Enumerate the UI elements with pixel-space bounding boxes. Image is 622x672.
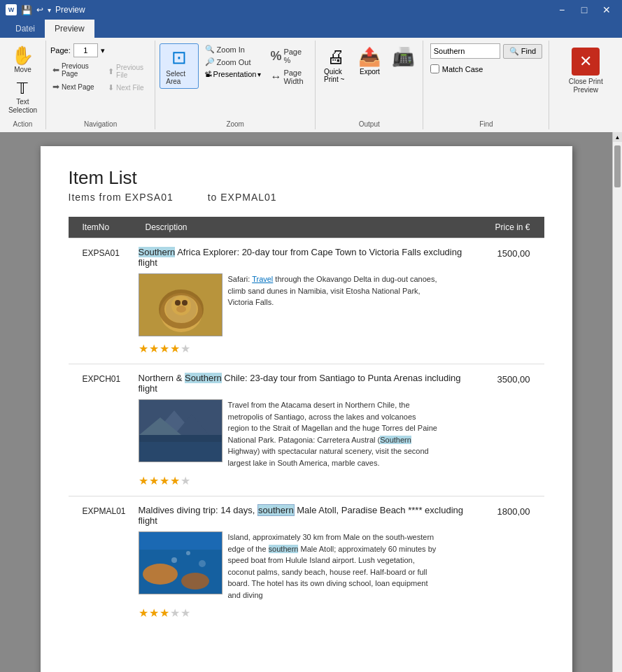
page-percent-button[interactable]: % Page % [267, 46, 311, 66]
minimize-button[interactable]: − [552, 0, 572, 20]
item-id: EXPSA01 [69, 247, 139, 258]
item-stars: ★★★★★ [139, 606, 467, 620]
item-price: 3500,00 [467, 373, 544, 385]
find-button[interactable]: 🔍 Find [503, 44, 542, 59]
svg-point-17 [181, 573, 209, 589]
document-subtitle: Items from EXPSA01 to EXPMAL01 [69, 192, 544, 203]
zoom-out-button[interactable]: 🔎 Zoom Out [202, 56, 264, 68]
select-area-button[interactable]: ⊡ Select Area [160, 43, 198, 89]
tab-preview[interactable]: Preview [45, 20, 94, 38]
scroll-up-button[interactable]: ▲ [613, 132, 622, 142]
find-input[interactable] [430, 43, 500, 59]
svg-point-16 [143, 564, 178, 585]
item-description: Island, approximately 30 km from Male on… [228, 531, 438, 601]
item-description: Travel from the Atacama desert in Northe… [228, 399, 438, 469]
page-percent-icon: % [270, 49, 281, 64]
match-case-checkbox[interactable] [430, 64, 439, 73]
previous-file-button[interactable]: ⬆ Previous File [106, 62, 150, 80]
page-dropdown-icon[interactable]: ▾ [101, 46, 105, 55]
item-price: 1500,00 [467, 247, 544, 259]
item-id: EXPCH01 [69, 373, 139, 384]
fax-icon: 📠 [392, 46, 414, 68]
header-description: Description [139, 222, 467, 232]
presentation-button[interactable]: 📽 Presentation ▾ [202, 69, 264, 80]
next-page-icon: ➡ [52, 82, 59, 92]
export-button[interactable]: 📤 Export [354, 43, 385, 78]
window-close-button[interactable]: ✕ [597, 0, 616, 20]
svg-point-5 [182, 300, 188, 306]
ribbon-tabs: Datei Preview [0, 20, 622, 38]
ribbon: ✋ Move 𝕋 Text Selection Action Page: ▾ ⬅ [0, 38, 622, 132]
quick-access-dropdown-icon[interactable]: ▾ [48, 6, 51, 14]
header-itemno: ItemNo [69, 222, 139, 232]
vertical-scrollbar[interactable]: ▲ ▼ [612, 132, 622, 672]
fax-button[interactable]: 📠 [388, 43, 418, 71]
move-icon: ✋ [11, 46, 34, 64]
title-bar: W 💾 ↩ ▾ Preview − □ ✕ [0, 0, 622, 20]
scroll-thumb[interactable] [614, 145, 621, 187]
table-row: EXPSA01 Southern Africa Explorer: 20-day… [69, 238, 544, 364]
next-file-button[interactable]: ⬇ Next File [106, 82, 150, 94]
page-width-icon: ↔ [270, 71, 281, 83]
tab-datei[interactable]: Datei [6, 20, 45, 38]
page-input[interactable] [73, 43, 98, 57]
svg-point-20 [186, 551, 190, 555]
svg-point-19 [171, 557, 177, 563]
svg-point-4 [175, 300, 181, 306]
item-stars: ★★★★★ [139, 474, 467, 487]
item-description: Safari: Travel through the Okavango Delt… [228, 273, 438, 336]
app-icon: W [6, 4, 17, 15]
presentation-dropdown-icon: ▾ [257, 71, 261, 78]
item-id: EXPMAL01 [69, 505, 139, 516]
select-area-icon: ⊡ [171, 47, 187, 69]
window-title: Preview [55, 5, 85, 15]
ribbon-group-navigation: Page: ▾ ⬅ Previous Page ➡ Next Page [46, 41, 155, 129]
zoom-out-icon: 🔎 [205, 57, 215, 66]
quick-print-icon: 🖨 [327, 46, 345, 68]
page-width-button[interactable]: ↔ Page Width [267, 67, 311, 87]
item-image [139, 399, 222, 462]
prev-page-icon: ⬅ [52, 65, 59, 75]
maximize-button[interactable]: □ [574, 0, 594, 20]
close-print-preview-button[interactable]: ✕ Close Print Preview [553, 43, 618, 99]
next-page-button[interactable]: ➡ Next Page [50, 80, 100, 93]
document-page: Item List Items from EXPSA01 to EXPMAL01… [41, 146, 572, 672]
item-title: Southern Africa Explorer: 20-day tour fr… [139, 247, 467, 268]
scroll-track [613, 142, 622, 672]
text-selection-button[interactable]: 𝕋 Text Selection [1, 78, 43, 117]
svg-point-6 [176, 306, 186, 313]
table-header: ItemNo Description Price in € [69, 217, 544, 238]
close-preview-icon: ✕ [572, 48, 600, 76]
quick-access-save-icon[interactable]: 💾 [21, 5, 32, 15]
item-title: Maldives diving trip: 14 days, southern … [139, 505, 467, 526]
svg-rect-18 [139, 532, 222, 550]
item-price: 1800,00 [467, 505, 544, 517]
ribbon-group-output: 🖨 Quick Print ~ 📤 Export 📠 Output [316, 41, 423, 129]
match-case-label: Match Case [442, 65, 483, 73]
ribbon-group-close: ✕ Close Print Preview [549, 41, 622, 129]
ribbon-group-zoom: ⊡ Select Area 🔍 Zoom In 🔎 Zoom Out 📽 Pr [155, 41, 316, 129]
prev-file-icon: ⬆ [108, 67, 114, 76]
presentation-icon: 📽 [204, 70, 212, 78]
item-image [139, 531, 222, 594]
next-file-icon: ⬇ [108, 83, 114, 92]
navigation-group-label: Navigation [84, 117, 117, 129]
table-row: EXPMAL01 Maldives diving trip: 14 days, … [69, 496, 544, 628]
svg-rect-13 [139, 442, 222, 462]
text-selection-icon: 𝕋 [17, 81, 28, 96]
action-group-label: Action [13, 117, 33, 129]
zoom-group-label: Zoom [226, 117, 244, 129]
item-title: Northern & Southern Chile: 23-day tour f… [139, 373, 467, 394]
zoom-in-button[interactable]: 🔍 Zoom In [202, 43, 264, 55]
item-stars: ★★★★★ [139, 342, 467, 355]
ribbon-group-action: ✋ Move 𝕋 Text Selection Action [0, 41, 46, 129]
ribbon-group-find: 🔍 Find Match Case Find [423, 41, 549, 129]
find-group-label: Find [479, 117, 493, 129]
main-area: Item List Items from EXPSA01 to EXPMAL01… [0, 132, 622, 672]
quick-print-button[interactable]: 🖨 Quick Print ~ [320, 43, 351, 86]
previous-page-button[interactable]: ⬅ Previous Page [50, 61, 100, 79]
move-button[interactable]: ✋ Move [7, 43, 38, 77]
header-price: Price in € [467, 222, 544, 232]
table-row: EXPCH01 Northern & Southern Chile: 23-da… [69, 364, 544, 496]
quick-access-undo-icon[interactable]: ↩ [36, 5, 43, 15]
